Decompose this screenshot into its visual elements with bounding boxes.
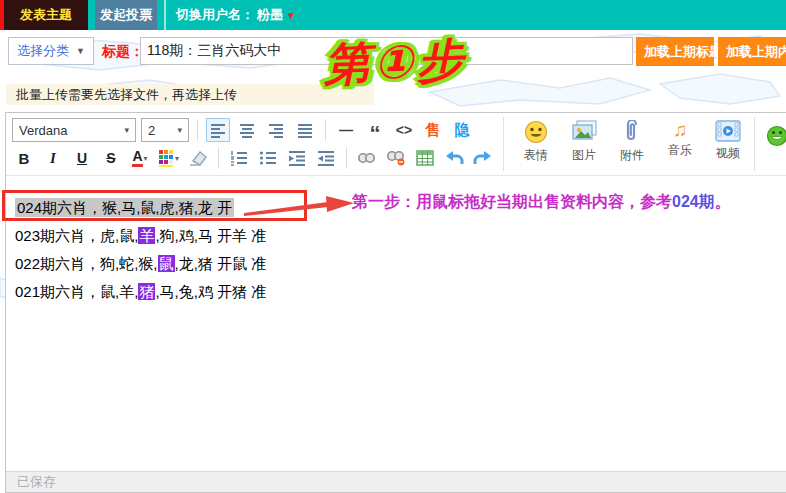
font-size-select[interactable]: 2 ▾ [141, 118, 189, 142]
background-color-button[interactable]: ▾ [157, 146, 181, 170]
indent-icon [288, 149, 306, 167]
ordered-list-button[interactable] [227, 146, 251, 170]
font-color-button[interactable]: A ▾ [128, 146, 152, 170]
frog-icon [766, 125, 786, 147]
tab-gap [88, 0, 95, 30]
link-icon [357, 151, 377, 165]
line-text: 022期六肖，狗,蛇,猴, [15, 255, 158, 272]
toolbar-extra-section [754, 117, 786, 171]
font-size-value: 2 [148, 123, 155, 138]
switch-username-label: 切换用户名： [176, 6, 254, 24]
align-left-button[interactable] [206, 118, 230, 142]
line-text: ,龙,猪 开鼠 准 [175, 255, 267, 272]
horizontal-rule-button[interactable]: — [334, 118, 358, 142]
toolbar-left-section: Verdana ▾ 2 ▾ [12, 117, 495, 171]
chevron-down-icon: ▾ [144, 154, 148, 163]
remove-link-button[interactable] [384, 146, 408, 170]
insert-link-button[interactable] [355, 146, 379, 170]
strikethrough-icon: S [106, 150, 115, 166]
load-previous-content-button[interactable]: 加载上期内容 [718, 37, 786, 66]
eraser-icon [188, 149, 208, 167]
blockquote-button[interactable]: “ [363, 118, 387, 142]
insert-image-button[interactable]: 图片 [562, 117, 606, 164]
line-text: 021期六肖，鼠,羊, [15, 283, 138, 300]
quote-icon: “ [370, 121, 381, 139]
upload-hint-text: 批量上传需要先选择文件，再选择上传 [6, 84, 374, 105]
top-navigation-bar: 发表主题 发起投票 切换用户名： 粉墨 ▼ [0, 0, 786, 30]
highlighted-animal: 羊 [138, 227, 155, 244]
redo-button[interactable] [471, 146, 495, 170]
line-text: ,马,兔,鸡 开猪 准 [155, 283, 266, 300]
attachment-label: 附件 [620, 147, 644, 164]
content-line-022[interactable]: 022期六肖，狗,蛇,猴,鼠,龙,猪 开鼠 准 [15, 250, 786, 278]
red-arrow-pointer [244, 190, 356, 218]
toolbar-separator [325, 119, 326, 141]
redo-icon [473, 150, 493, 166]
hidden-content-button[interactable]: 隐 [450, 118, 474, 142]
load-previous-title-button[interactable]: 加载上期标题 [636, 37, 714, 66]
undo-icon [444, 150, 464, 166]
category-select-label: 选择分类 [17, 42, 69, 60]
code-button[interactable]: <> [392, 118, 416, 142]
align-center-button[interactable] [235, 118, 259, 142]
title-label: 标题： [102, 43, 144, 61]
color-palette-icon [159, 150, 174, 167]
toolbar-row-2: B I U S A ▾ [12, 145, 495, 171]
strikethrough-button[interactable]: S [99, 146, 123, 170]
unlink-icon [386, 150, 406, 166]
insert-music-button[interactable]: ♫ 音乐 [658, 117, 702, 159]
music-label: 音乐 [668, 142, 692, 159]
content-line-021[interactable]: 021期六肖，鼠,羊,猪,马,兔,鸡 开猪 准 [15, 278, 786, 306]
step-1-badge: 第①步 [323, 30, 468, 97]
align-justify-icon [296, 121, 314, 139]
emoticon-button[interactable]: 表情 [514, 117, 558, 164]
bold-icon: B [19, 150, 30, 167]
frog-emote-button[interactable] [765, 124, 786, 148]
content-line-023[interactable]: 023期六肖，虎,鼠,羊,狗,鸡,马 开羊 准 [15, 222, 786, 250]
italic-button[interactable]: I [41, 146, 65, 170]
outdent-button[interactable] [314, 146, 338, 170]
chevron-down-icon: ▼ [76, 46, 85, 56]
undo-button[interactable] [442, 146, 466, 170]
tab-start-vote[interactable]: 发起投票 [95, 0, 157, 30]
switch-username-control[interactable]: 切换用户名： 粉墨 ▼ [164, 0, 306, 30]
bold-button[interactable]: B [12, 146, 36, 170]
hidden-icon: 隐 [455, 121, 470, 140]
saved-status-text: 已保存 [17, 474, 56, 489]
video-icon [715, 120, 741, 142]
highlighted-animal: 猪 [138, 283, 155, 300]
line-text: 023期六肖，虎,鼠, [15, 227, 138, 244]
instruction-period-mark: 。 [715, 193, 731, 210]
indent-button[interactable] [285, 146, 309, 170]
insert-video-button[interactable]: 视频 [706, 117, 750, 162]
outdent-icon [317, 149, 335, 167]
align-left-icon [209, 121, 227, 139]
align-right-icon [267, 121, 285, 139]
table-icon [416, 150, 434, 166]
video-label: 视频 [716, 145, 740, 162]
step-1-instruction-text: 第一步：用鼠标拖好当期出售资料内容，参考024期。 [352, 192, 731, 213]
align-right-button[interactable] [264, 118, 288, 142]
remove-format-button[interactable] [186, 146, 210, 170]
toolbar-separator [218, 147, 219, 169]
line-text: ,狗,鸡,马 开羊 准 [155, 227, 266, 244]
insert-table-button[interactable] [413, 146, 437, 170]
italic-icon: I [50, 150, 56, 167]
underline-button[interactable]: U [70, 146, 94, 170]
align-center-icon [238, 121, 256, 139]
rich-text-editor: Verdana ▾ 2 ▾ [5, 112, 786, 493]
current-username: 粉墨 [257, 6, 283, 24]
instruction-ref-period: 024期 [672, 193, 715, 210]
tab-post-topic[interactable]: 发表主题 [4, 0, 88, 30]
font-family-select[interactable]: Verdana ▾ [12, 118, 136, 142]
unordered-list-button[interactable] [256, 146, 280, 170]
paperclip-icon [621, 120, 643, 144]
image-label: 图片 [572, 147, 596, 164]
sell-content-button[interactable]: 售 [421, 118, 445, 142]
attachment-button[interactable]: 附件 [610, 117, 654, 164]
toolbar-row-1: Verdana ▾ 2 ▾ [12, 117, 495, 143]
align-justify-button[interactable] [293, 118, 317, 142]
category-select[interactable]: 选择分类 ▼ [8, 37, 94, 65]
chevron-down-icon: ▾ [175, 154, 179, 163]
editor-status-bar: 已保存 [6, 471, 786, 492]
